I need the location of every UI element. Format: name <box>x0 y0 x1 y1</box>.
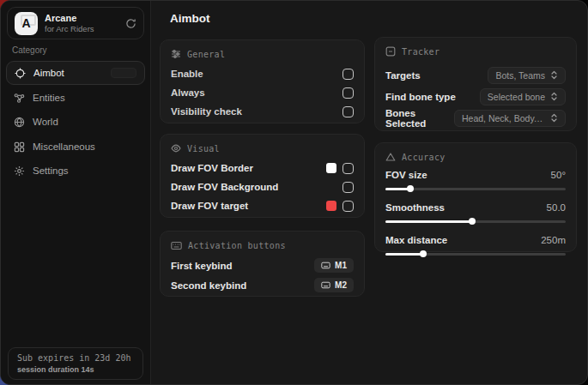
sidebar-item-settings[interactable]: Settings <box>6 159 145 183</box>
setting-label: Smoothness <box>385 202 445 213</box>
unfold-icon <box>550 113 558 123</box>
card-title: General <box>187 50 225 59</box>
keyboard-icon <box>171 241 182 250</box>
unfold-icon <box>550 70 558 80</box>
card-title: Accuracy <box>402 153 446 162</box>
globe-icon <box>14 117 25 128</box>
targets-select[interactable]: Bots, Teams <box>488 67 566 84</box>
visibility-check-checkbox[interactable] <box>342 106 354 117</box>
setting-label: Always <box>171 87 205 98</box>
setting-row-visibility-check: Visibility check <box>171 102 354 121</box>
fov-size-slider[interactable] <box>385 186 566 192</box>
keyboard-icon <box>321 281 330 289</box>
subscription-expires: Sub expires in 23d 20h <box>17 352 134 364</box>
sidebar-item-label: Miscellaneous <box>33 141 95 152</box>
sidebar-item-aimbot[interactable]: Aimbot <box>6 61 145 85</box>
keybind-value: M1 <box>335 261 347 270</box>
setting-label: Visibility check <box>171 106 242 117</box>
second-keybind-button[interactable]: M2 <box>314 278 354 292</box>
slider-thumb[interactable] <box>469 218 476 225</box>
sidebar-item-entities[interactable]: Entities <box>6 86 145 110</box>
session-duration: session duration 14s <box>17 364 134 376</box>
card-title: Tracker <box>402 47 439 57</box>
setting-label: Draw FOV Background <box>171 182 278 192</box>
draw-fov-background-checkbox[interactable] <box>342 182 354 193</box>
slider-block-smoothness: Smoothness 50.0 <box>385 199 566 225</box>
logo-letter: A <box>21 16 30 30</box>
brand-text: Arcane for Arc Riders <box>45 13 118 34</box>
card-visual: Visual Draw FOV Border Draw FOV Backgrou… <box>160 134 365 218</box>
always-checkbox[interactable] <box>342 87 354 99</box>
category-label: Category <box>12 45 47 55</box>
app-window: A Arcane for Arc Riders Category Aimbot <box>0 0 588 385</box>
card-title: Visual <box>187 144 220 153</box>
sidebar-item-label: Settings <box>33 165 69 176</box>
max-distance-slider[interactable] <box>385 251 566 257</box>
slider-block-fov-size: FOV size 50° <box>385 166 566 192</box>
card-visual-header: Visual <box>171 142 354 154</box>
setting-label: Second keybind <box>171 280 246 291</box>
setting-label: Max distance <box>385 235 447 245</box>
smoothness-slider[interactable] <box>385 219 566 225</box>
find-bone-type-select[interactable]: Selected bone <box>480 88 566 105</box>
setting-label: Draw FOV Border <box>171 163 253 173</box>
card-activation-header: Activation buttons <box>171 239 354 251</box>
fov-target-color-swatch[interactable] <box>326 201 336 211</box>
setting-label: Bones Selected <box>385 108 454 129</box>
fov-size-value: 50° <box>551 170 566 180</box>
brand-subtitle: for Arc Riders <box>45 24 118 34</box>
grid-icon <box>14 141 25 153</box>
setting-row-enable: Enable <box>171 64 354 83</box>
card-general: General Enable Always Visibility check <box>160 39 365 123</box>
setting-row-second-keybind: Second keybind M2 <box>171 275 354 295</box>
sidebar-item-label: World <box>33 117 58 127</box>
subscription-box: Sub expires in 23d 20h session duration … <box>8 347 143 380</box>
slider-thumb[interactable] <box>407 185 414 192</box>
sidebar-item-miscellaneous[interactable]: Miscellaneous <box>6 135 145 159</box>
sliders-icon <box>171 49 181 59</box>
setting-row-always: Always <box>171 83 354 102</box>
draw-fov-border-checkbox[interactable] <box>342 163 354 174</box>
slider-thumb[interactable] <box>420 250 427 257</box>
slider-fill <box>385 220 472 223</box>
setting-label: Find bone type <box>385 92 456 102</box>
sidebar-item-world[interactable]: World <box>6 110 145 134</box>
max-distance-value: 250m <box>541 235 566 245</box>
card-tracker: Tracker Targets Bots, Teams Find <box>374 37 577 131</box>
keyboard-icon <box>321 262 330 269</box>
brand-title: Arcane <box>45 13 118 24</box>
setting-row-first-keybind: First keybind M1 <box>171 256 354 275</box>
setting-row-draw-fov-border: Draw FOV Border <box>171 159 354 177</box>
brand-card: A Arcane for Arc Riders <box>7 7 144 39</box>
smoothness-value: 50.0 <box>547 202 566 213</box>
setting-row-targets: Targets Bots, Teams <box>385 64 566 86</box>
keybind-value: M2 <box>335 280 347 290</box>
setting-row-draw-fov-target: Draw FOV target <box>171 196 354 215</box>
setting-label: First keybind <box>171 261 233 271</box>
card-title: Activation buttons <box>188 241 286 250</box>
entities-icon <box>14 93 25 104</box>
setting-label: FOV size <box>385 170 427 180</box>
fov-border-color-swatch[interactable] <box>326 163 336 173</box>
bones-selected-select[interactable]: Head, Neck, Body, Fe... <box>454 110 566 127</box>
setting-row-bones-selected: Bones Selected Head, Neck, Body, Fe... <box>385 107 566 129</box>
card-activation-buttons: Activation buttons First keybind M1 <box>160 231 365 297</box>
select-value: Head, Neck, Body, Fe... <box>462 113 545 123</box>
card-tracker-header: Tracker <box>385 45 566 57</box>
select-value: Selected bone <box>488 92 545 102</box>
main-content: Aimbot General Enable Always <box>151 1 587 384</box>
sidebar-item-label: Entities <box>33 93 65 103</box>
first-keybind-button[interactable]: M1 <box>314 258 354 273</box>
keybind-hint-badge <box>111 68 136 78</box>
card-accuracy-header: Accuracy <box>385 151 566 163</box>
enable-checkbox[interactable] <box>342 69 354 80</box>
setting-row-find-bone-type: Find bone type Selected bone <box>385 86 566 107</box>
unfold-icon <box>550 92 558 101</box>
slider-block-max-distance: Max distance 250m <box>385 232 566 257</box>
sidebar: A Arcane for Arc Riders Category Aimbot <box>1 1 151 384</box>
refresh-icon[interactable] <box>125 18 136 29</box>
setting-label: Draw FOV target <box>171 201 248 211</box>
gear-icon <box>14 165 25 177</box>
app-logo: A <box>15 12 38 35</box>
draw-fov-target-checkbox[interactable] <box>342 201 354 212</box>
